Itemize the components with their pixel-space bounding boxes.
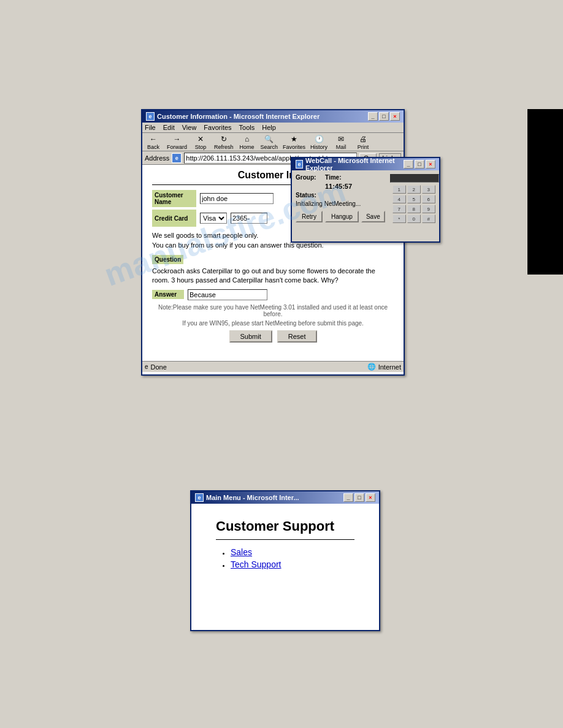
stop-button[interactable]: ✕ Stop [192, 134, 209, 150]
note-text: Note:Please make sure you have NetMeetin… [152, 304, 394, 317]
print-label: Print [358, 144, 369, 150]
search-label: Search [261, 144, 278, 150]
forward-icon: → [172, 134, 183, 144]
keypad-star[interactable]: * [393, 214, 406, 223]
main-menu-titlebar-left: e Main Menu - Microsoft Inter... [195, 493, 299, 502]
forward-label: Forward [167, 144, 187, 150]
back-button[interactable]: ← Back [145, 134, 162, 150]
history-label: History [310, 144, 327, 150]
webcall-ie-icon: e [296, 160, 303, 169]
main-ie-title: Customer Information - Microsoft Interne… [157, 113, 320, 120]
customer-support-title: Customer Support [201, 509, 369, 539]
keypad-6[interactable]: 6 [422, 195, 435, 203]
webcall-maximize-button[interactable]: □ [415, 160, 424, 169]
ie-logo-icon: e [146, 112, 155, 121]
back-icon: ← [148, 134, 159, 144]
webcall-titlebar: e WebCall - Microsoft Internet Explorer … [292, 158, 439, 170]
keypad-1[interactable]: 1 [393, 185, 406, 194]
window-controls: _ □ × [368, 112, 400, 121]
webcall-titlebar-left: e WebCall - Microsoft Internet Explorer [296, 157, 404, 172]
answer-row: Answer [152, 289, 394, 300]
mail-button[interactable]: ✉ Mail [332, 134, 350, 150]
forward-button[interactable]: → Forward [167, 134, 187, 150]
search-button[interactable]: 🔍 Search [261, 134, 278, 150]
titlebar-left: e Customer Information - Microsoft Inter… [146, 112, 320, 121]
customer-support-list: Sales Tech Support [201, 547, 369, 569]
close-button[interactable]: × [390, 112, 400, 121]
webcall-progress-bar [390, 174, 439, 183]
save-button[interactable]: Save [361, 211, 385, 222]
webcall-popup: e WebCall - Microsoft Internet Explorer … [291, 157, 440, 243]
group-label: Group: [296, 174, 323, 181]
home-button[interactable]: ⌂ Home [239, 134, 256, 150]
status-row: Status: [296, 192, 385, 199]
main-menu-minimize-button[interactable]: _ [343, 493, 353, 502]
webcall-fields: Group: Time: 11:45:57 Status: Initializi… [296, 174, 385, 223]
keypad-7[interactable]: 7 [393, 205, 406, 213]
credit-card-select[interactable]: Visa [200, 213, 227, 224]
keypad-5[interactable]: 5 [407, 195, 421, 203]
webcall-action-buttons: Retry Hangup Save [296, 211, 385, 222]
black-bar-decoration [527, 109, 563, 275]
menu-help[interactable]: Help [262, 124, 276, 131]
customer-name-input[interactable] [200, 193, 274, 204]
customer-name-label: Customer Name [152, 190, 196, 207]
answer-label: Answer [152, 290, 184, 299]
keypad-hash[interactable]: # [422, 214, 435, 223]
submit-button[interactable]: Submit [229, 330, 272, 343]
address-label: Address [145, 154, 169, 162]
webcall-right-panel: 1 2 3 4 5 6 7 8 9 * 0 # [390, 174, 439, 223]
credit-card-number-input[interactable] [231, 213, 267, 224]
answer-input[interactable] [188, 289, 267, 300]
keypad-8[interactable]: 8 [407, 205, 421, 213]
menu-edit[interactable]: Edit [163, 124, 175, 131]
main-menu-close-button[interactable]: × [366, 493, 375, 502]
keypad-0[interactable]: 0 [407, 214, 421, 223]
mail-label: Mail [336, 144, 347, 150]
search-icon: 🔍 [264, 134, 275, 144]
tech-support-link[interactable]: Tech Support [231, 559, 282, 569]
win95-text: If you are WIN95, please start NetMeetin… [152, 320, 394, 327]
reset-button[interactable]: Reset [277, 330, 317, 343]
refresh-button[interactable]: ↻ Refresh [214, 134, 234, 150]
main-menu-maximize-button[interactable]: □ [354, 493, 364, 502]
group-row: Group: Time: [296, 174, 385, 181]
menu-tools[interactable]: Tools [239, 124, 255, 131]
main-menu-window-controls: _ □ × [343, 493, 375, 502]
minimize-button[interactable]: _ [368, 112, 378, 121]
maximize-button[interactable]: □ [379, 112, 389, 121]
time-value: 11:45:57 [325, 183, 352, 190]
status-label: Status: [296, 192, 323, 199]
customer-support-divider [216, 539, 354, 540]
status-value: Initializing NetMeeting... [296, 200, 361, 207]
webcall-close-button[interactable]: × [426, 160, 435, 169]
menu-favorites[interactable]: Favorites [204, 124, 231, 131]
question-text: Cockroach asks Caterpillar to go out and… [152, 267, 394, 286]
menu-view[interactable]: View [182, 124, 197, 131]
keypad-4[interactable]: 4 [393, 195, 406, 203]
history-button[interactable]: 🕐 History [310, 134, 327, 150]
webcall-minimize-button[interactable]: _ [404, 160, 413, 169]
keypad-9[interactable]: 9 [422, 205, 435, 213]
retry-button[interactable]: Retry [296, 211, 323, 222]
status-internet: Internet [378, 363, 401, 371]
menu-file[interactable]: File [145, 124, 156, 131]
print-button[interactable]: 🖨 Print [354, 134, 372, 150]
webcall-window-controls: _ □ × [404, 160, 435, 169]
main-menu-titlebar: e Main Menu - Microsoft Inter... _ □ × [191, 491, 379, 504]
favorites-label: Favorites [283, 144, 305, 150]
question-label: Question [152, 255, 183, 264]
ie-menubar: File Edit View Favorites Tools Help [142, 123, 404, 133]
webcall-content: Group: Time: 11:45:57 Status: Initializi… [292, 170, 439, 227]
credit-card-label: Credit Card [152, 210, 196, 227]
hangup-button[interactable]: Hangup [325, 211, 359, 222]
status-done: Done [151, 363, 167, 371]
favorites-button[interactable]: ★ Favorites [283, 134, 305, 150]
keypad-3[interactable]: 3 [422, 185, 435, 194]
status-value-row: Initializing NetMeeting... [296, 200, 385, 207]
globe-icon: 🌐 [367, 363, 376, 371]
sales-link[interactable]: Sales [231, 547, 252, 557]
stop-icon: ✕ [195, 134, 206, 144]
main-menu-content: Customer Support Sales Tech Support [191, 504, 379, 630]
keypad-2[interactable]: 2 [407, 185, 421, 194]
